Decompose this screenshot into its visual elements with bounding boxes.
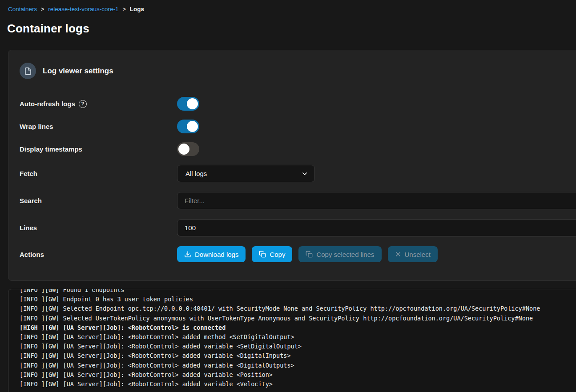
log-line[interactable]: [INFO ][GW] [UA Server][Job]: <RobotCont… bbox=[20, 342, 576, 351]
display-timestamps-label: Display timestamps bbox=[20, 145, 177, 153]
download-logs-button[interactable]: Download logs bbox=[177, 246, 246, 262]
toggle-knob bbox=[187, 121, 198, 132]
copy-button[interactable]: Copy bbox=[252, 246, 292, 262]
log-line[interactable]: [INFO ][GW] Found 1 endpoints bbox=[20, 289, 576, 295]
display-timestamps-row: Display timestamps bbox=[20, 142, 576, 156]
log-lines: [INFO ][GW] Found 1 endpoints[INFO ][GW]… bbox=[20, 289, 576, 389]
log-line[interactable]: [HIGH ][GW] [UA Server][Job]: <RobotCont… bbox=[20, 323, 576, 332]
chevron-down-icon bbox=[301, 170, 308, 177]
search-input[interactable] bbox=[177, 192, 576, 209]
wrap-lines-row: Wrap lines bbox=[20, 120, 576, 133]
lines-label: Lines bbox=[20, 224, 177, 232]
download-icon bbox=[184, 251, 191, 258]
lines-input[interactable] bbox=[177, 219, 576, 236]
display-timestamps-toggle[interactable] bbox=[177, 142, 199, 156]
toggle-knob bbox=[178, 144, 189, 155]
copy-selected-lines-button: Copy selected lines bbox=[298, 246, 381, 262]
download-logs-button-label: Download logs bbox=[195, 251, 238, 258]
search-label: Search bbox=[20, 197, 177, 204]
breadcrumb-link-container[interactable]: release-test-voraus-core-1 bbox=[48, 6, 118, 12]
unselect-button: Unselect bbox=[388, 246, 438, 262]
actions-row: Actions Download logs Copy Copy selected bbox=[20, 246, 576, 262]
log-viewer-settings-card: Log viewer settings Auto-refresh logs ? … bbox=[8, 50, 576, 281]
breadcrumb: Containers > release-test-voraus-core-1 … bbox=[8, 6, 576, 12]
page-title: Container logs bbox=[7, 22, 576, 36]
auto-refresh-label-text: Auto-refresh logs bbox=[20, 100, 75, 108]
log-line[interactable]: [INFO ][GW] Selected UserTokenPolicy ano… bbox=[20, 314, 576, 323]
toggle-knob bbox=[187, 98, 198, 109]
actions-label-text: Actions bbox=[20, 251, 44, 258]
breadcrumb-link-containers[interactable]: Containers bbox=[8, 6, 37, 12]
wrap-lines-label: Wrap lines bbox=[20, 123, 177, 130]
question-circle-icon[interactable]: ? bbox=[79, 100, 87, 108]
card-header: Log viewer settings bbox=[20, 63, 576, 79]
log-output-panel[interactable]: [INFO ][GW] Found 1 endpoints[INFO ][GW]… bbox=[8, 289, 576, 392]
file-icon bbox=[20, 63, 36, 79]
fetch-select-value: All logs bbox=[185, 170, 207, 177]
fetch-label-text: Fetch bbox=[20, 170, 37, 177]
fetch-row: Fetch All logs bbox=[20, 165, 576, 182]
unselect-button-label: Unselect bbox=[405, 251, 431, 258]
actions-label: Actions bbox=[20, 251, 177, 258]
copy-button-label: Copy bbox=[270, 251, 285, 258]
breadcrumb-separator: > bbox=[41, 6, 44, 12]
log-line[interactable]: [INFO ][GW] Endpoint 0 has 3 user token … bbox=[20, 295, 576, 304]
log-line[interactable]: [INFO ][GW] [UA Server][Job]: <RobotCont… bbox=[20, 370, 576, 380]
card-title: Log viewer settings bbox=[43, 67, 113, 76]
fetch-select[interactable]: All logs bbox=[177, 165, 315, 182]
auto-refresh-label: Auto-refresh logs ? bbox=[20, 100, 177, 108]
wrap-lines-label-text: Wrap lines bbox=[20, 123, 53, 130]
auto-refresh-toggle[interactable] bbox=[177, 97, 199, 111]
search-label-text: Search bbox=[20, 197, 42, 204]
breadcrumb-current-logs: Logs bbox=[130, 6, 144, 12]
auto-refresh-row: Auto-refresh logs ? bbox=[20, 97, 576, 111]
log-line[interactable]: [INFO ][GW] Selected Endpoint opc.tcp://… bbox=[20, 304, 576, 313]
wrap-lines-toggle[interactable] bbox=[177, 120, 199, 133]
log-line[interactable]: [INFO ][GW] [UA Server][Job]: <RobotCont… bbox=[20, 332, 576, 342]
copy-selected-lines-button-label: Copy selected lines bbox=[316, 251, 374, 258]
breadcrumb-separator: > bbox=[123, 6, 126, 12]
x-icon bbox=[395, 251, 401, 257]
copy-icon bbox=[306, 251, 313, 258]
actions-button-group: Download logs Copy Copy selected lines U… bbox=[177, 246, 438, 262]
fetch-label: Fetch bbox=[20, 170, 177, 177]
log-line[interactable]: [INFO ][GW] [UA Server][Job]: <RobotCont… bbox=[20, 380, 576, 389]
lines-label-text: Lines bbox=[20, 224, 37, 232]
copy-icon bbox=[259, 251, 266, 258]
log-line[interactable]: [INFO ][GW] [UA Server][Job]: <RobotCont… bbox=[20, 361, 576, 370]
lines-row: Lines bbox=[20, 219, 576, 236]
log-line[interactable]: [INFO ][GW] [UA Server][Job]: <RobotCont… bbox=[20, 351, 576, 360]
search-row: Search bbox=[20, 192, 576, 209]
display-timestamps-label-text: Display timestamps bbox=[20, 145, 82, 153]
